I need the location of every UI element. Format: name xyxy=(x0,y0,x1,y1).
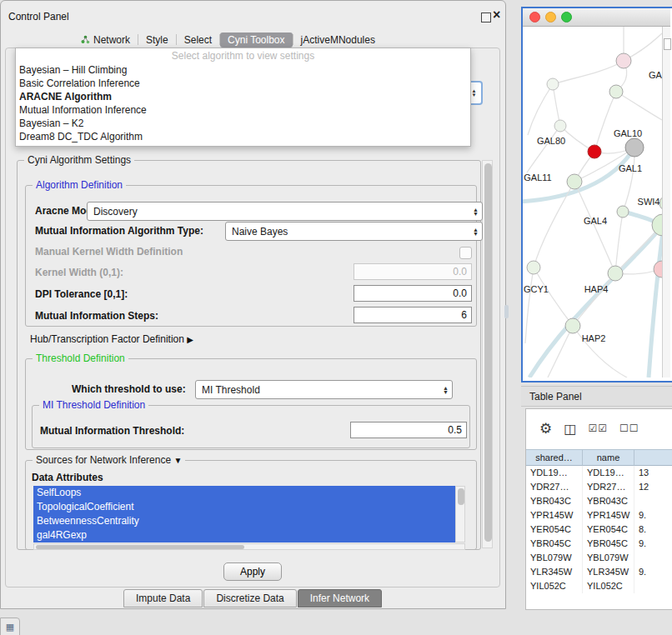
attribute-item[interactable]: SelfLoops xyxy=(33,486,455,500)
attribute-item[interactable]: gal4RGexp xyxy=(33,528,455,542)
network-node-label: GAL11 xyxy=(524,172,551,182)
which-threshold-select[interactable]: MI Threshold ▲▼ xyxy=(195,380,453,399)
table-row[interactable]: YBL079WYBL079W xyxy=(526,551,672,565)
network-node[interactable] xyxy=(625,138,644,157)
network-node[interactable] xyxy=(527,261,540,274)
algorithm-option[interactable]: Bayesian – K2 xyxy=(16,117,470,130)
zoom-traffic-light-icon[interactable] xyxy=(561,12,572,22)
cyni-settings-legend: Cyni Algorithm Settings xyxy=(24,154,134,166)
network-node[interactable] xyxy=(554,120,566,132)
attributes-hscrollbar-thumb[interactable] xyxy=(36,545,244,549)
network-node[interactable] xyxy=(547,78,559,90)
network-window-titlebar[interactable] xyxy=(523,8,670,27)
sources-label: Sources for Network Inference xyxy=(36,454,171,466)
sources-expander[interactable]: Sources for Network Inference ▼ xyxy=(33,454,185,466)
apply-button[interactable]: Apply xyxy=(223,562,282,581)
tab-cyni-toolbox[interactable]: Cyni Toolbox xyxy=(220,32,292,48)
deselect-all-checkboxes-icon[interactable]: ☐☐ xyxy=(619,422,639,434)
close-traffic-light-icon[interactable] xyxy=(529,12,540,22)
mi-steps-field[interactable] xyxy=(354,307,472,323)
table-row[interactable]: YLR345WYLR345W9. xyxy=(526,565,672,579)
algorithm-dropdown-popup: Select algorithm to view settings Bayesi… xyxy=(15,48,471,147)
manual-kernel-checkbox[interactable] xyxy=(459,247,472,259)
minimized-window-fragment[interactable]: ▦ xyxy=(0,618,20,635)
table-body: YDL19…YDL19…13YDR27…YDR27…12YBR043CYBR04… xyxy=(526,466,672,593)
algorithm-option[interactable]: Mutual Information Inference xyxy=(16,103,470,117)
algorithm-option[interactable]: Basic Correlation Inference xyxy=(16,77,470,90)
tab-network[interactable]: Network xyxy=(73,32,138,48)
data-attributes-list[interactable]: SelfLoopsTopologicalCoefficientBetweenne… xyxy=(33,486,455,542)
table-row[interactable]: YPR145WYPR145W9. xyxy=(526,508,672,522)
attributes-hscrollbar[interactable] xyxy=(33,543,465,550)
algorithm-option[interactable]: Dream8 DC_TDC Algorithm xyxy=(16,130,470,143)
table-row[interactable]: YDL19…YDL19…13 xyxy=(526,466,672,480)
manual-kernel-label: Manual Kernel Width Definition xyxy=(35,246,183,258)
bottom-tab-discretize-data[interactable]: Discretize Data xyxy=(203,589,296,608)
float-window-icon[interactable] xyxy=(481,12,491,22)
bottom-tab-impute-data[interactable]: Impute Data xyxy=(123,589,203,608)
dpi-tolerance-field[interactable] xyxy=(354,285,472,302)
aracne-mode-select[interactable]: Discovery ▲▼ xyxy=(87,202,483,221)
network-node[interactable] xyxy=(565,318,580,333)
dropdown-items: Bayesian – Hill ClimbingBasic Correlatio… xyxy=(16,63,470,143)
table-row[interactable]: YDR27…YDR27…12 xyxy=(526,480,672,494)
tab-label: Style xyxy=(146,34,168,46)
network-node[interactable] xyxy=(652,214,662,236)
tab-label: Cyni Toolbox xyxy=(228,34,284,46)
bottom-tabs: Impute DataDiscretize DataInfer Network xyxy=(123,589,383,608)
column-header[interactable]: shared… xyxy=(526,449,583,466)
network-scrollbar-thumb[interactable] xyxy=(664,38,671,50)
column-header[interactable] xyxy=(634,449,672,466)
combo-stepper-icon: ▲▼ xyxy=(473,228,479,236)
select-all-checkboxes-icon[interactable]: ☑☑ xyxy=(588,422,608,434)
column-header[interactable]: name xyxy=(583,449,634,466)
tab-select[interactable]: Select xyxy=(177,32,219,48)
network-scrollbar[interactable] xyxy=(662,27,670,378)
stepper-down-icon: ▼ xyxy=(472,93,477,98)
attribute-item[interactable]: BetweennessCentrality xyxy=(33,514,455,528)
algorithm-option[interactable]: ARACNE Algorithm xyxy=(16,90,470,103)
attributes-vscrollbar[interactable] xyxy=(455,486,465,542)
settings-scrollbar-thumb[interactable] xyxy=(484,163,492,542)
mi-type-label: Mutual Information Algorithm Type: xyxy=(35,225,203,237)
table-cell: YLR345W xyxy=(526,565,583,579)
close-icon[interactable]: × xyxy=(493,8,500,22)
table-row[interactable]: YBR043CYBR043C xyxy=(526,494,672,508)
attribute-item[interactable]: TopologicalCoefficient xyxy=(33,500,455,514)
table-row[interactable]: YER054CYER054C8. xyxy=(526,522,672,537)
tab-style[interactable]: Style xyxy=(138,32,176,48)
table-cell: YBL079W xyxy=(526,551,583,565)
table-row[interactable]: YIL052CYIL052C xyxy=(526,579,672,593)
kernel-width-field[interactable] xyxy=(354,263,472,280)
hub-definition-expander[interactable]: Hub/Transcription Factor Definition ▶ xyxy=(30,333,193,345)
network-node[interactable] xyxy=(616,53,631,68)
network-node-label: GAL4 xyxy=(584,216,607,226)
network-node[interactable] xyxy=(608,266,623,281)
columns-icon[interactable]: ◫ xyxy=(564,421,576,437)
minimize-traffic-light-icon[interactable] xyxy=(545,12,556,22)
network-edge xyxy=(573,273,615,326)
combo-stepper-icon: ▲▼ xyxy=(443,386,449,394)
tab-jactivemnodules[interactable]: jActiveMNodules xyxy=(293,32,383,48)
attributes-vscrollbar-thumb[interactable] xyxy=(458,488,464,505)
mi-type-select[interactable]: Naive Bayes ▲▼ xyxy=(225,222,483,241)
network-node[interactable] xyxy=(609,85,623,98)
data-attributes-label: Data Attributes xyxy=(32,472,103,483)
algorithm-option[interactable]: Bayesian – Hill Climbing xyxy=(16,63,470,77)
chevron-down-icon: ▼ xyxy=(173,456,182,465)
network-node[interactable] xyxy=(617,206,629,218)
mi-steps-label: Mutual Information Steps: xyxy=(35,310,158,322)
panel-splitter-handle[interactable] xyxy=(504,305,509,318)
network-graph-canvas[interactable]: GAL80GAL10GAL11GAL1SWI4GAL4GCY1HAP4HAP2Y… xyxy=(523,27,662,378)
mi-threshold-field[interactable] xyxy=(350,422,467,438)
network-node[interactable] xyxy=(654,261,662,278)
gear-icon[interactable]: ⚙ xyxy=(539,420,552,438)
network-edge xyxy=(574,182,615,273)
table-row[interactable]: YBR045CYBR045C9. xyxy=(526,537,672,551)
table-cell: YBL079W xyxy=(583,551,634,565)
settings-scrollbar[interactable] xyxy=(482,160,493,548)
network-node[interactable] xyxy=(567,174,582,189)
bottom-tab-infer-network[interactable]: Infer Network xyxy=(298,589,382,608)
network-node[interactable] xyxy=(588,145,601,158)
desktop: Control Panel × NetworkStyleSelectCyni T… xyxy=(0,0,672,635)
